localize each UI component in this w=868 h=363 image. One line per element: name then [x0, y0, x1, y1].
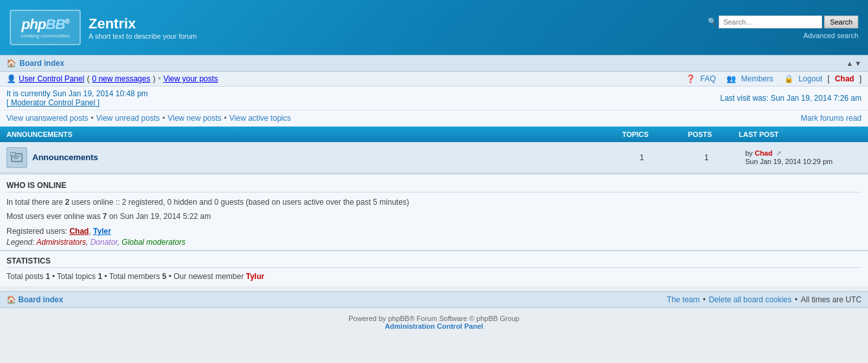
- breadcrumb: 🏠 Board index: [6, 59, 64, 68]
- view-posts-link[interactable]: View your posts: [164, 74, 218, 83]
- who-is-online-section: WHO IS ONLINE In total there are 2 users…: [0, 173, 868, 250]
- search-input[interactable]: [719, 16, 822, 28]
- footer: Powered by phpBB® Forum Software © phpBB…: [0, 308, 868, 337]
- forum-section: ANNOUNCEMENTS TOPICS POSTS LAST POST ≡ A…: [0, 127, 868, 173]
- total-topics-val: 1: [98, 272, 102, 281]
- logout-icon: 🔒: [784, 74, 794, 83]
- logo-area: phpBB® creating communities Zentrix A sh…: [10, 10, 197, 45]
- last-post-cell: by Chad ↗ Sun Jan 19, 2014 10:29 pm: [739, 145, 868, 169]
- date-bar: It is currently Sun Jan 19, 2014 10:48 p…: [0, 87, 868, 110]
- search-form: 🔍 Search: [708, 16, 858, 28]
- user1-link[interactable]: Chad: [69, 227, 89, 236]
- last-post-icon: ↗: [776, 149, 781, 157]
- col-forum-header: ANNOUNCEMENTS: [6, 130, 603, 138]
- forum-header-row: ANNOUNCEMENTS TOPICS POSTS LAST POST: [0, 127, 868, 142]
- the-team-link[interactable]: The team: [667, 295, 700, 304]
- last-post-date: Sun Jan 19, 2014 10:29 pm: [745, 158, 832, 165]
- legend-globalmods: Global moderators: [122, 238, 185, 247]
- user-bar-left: 👤 User Control Panel (0 new messages) • …: [6, 74, 218, 83]
- legend-admins: Administrators: [36, 238, 86, 247]
- admin-panel-link[interactable]: Administration Control Panel: [385, 322, 483, 330]
- view-active-link[interactable]: View active topics: [229, 114, 291, 123]
- last-post-by-label: by: [745, 149, 753, 157]
- posts-count: 1: [674, 153, 739, 162]
- faq-link[interactable]: FAQ: [701, 74, 716, 83]
- bottom-breadcrumb: 🏠 Board index: [6, 295, 63, 304]
- forum-links-bar: View unanswered posts • View unread post…: [0, 110, 868, 127]
- search-button[interactable]: Search: [824, 16, 858, 28]
- date-bar-left: It is currently Sun Jan 19, 2014 10:48 p…: [6, 89, 148, 107]
- svg-text:≡: ≡: [11, 153, 13, 157]
- online-count: 2: [65, 198, 70, 207]
- total-posts-val: 1: [46, 272, 50, 281]
- view-new-link[interactable]: View new posts: [167, 114, 221, 123]
- board-index-link[interactable]: Board index: [19, 59, 64, 68]
- forum-icon-cell: ≡ Announcements: [0, 143, 609, 172]
- ucp-link[interactable]: User Control Panel: [19, 74, 84, 83]
- view-unread-link[interactable]: View unread posts: [96, 114, 160, 123]
- who-is-online-title: WHO IS ONLINE: [6, 181, 862, 192]
- total-members-val: 5: [162, 272, 167, 281]
- moderator-panel-link[interactable]: [ Moderator Control Panel ]: [6, 98, 100, 107]
- header-right: 🔍 Search Advanced search: [708, 16, 858, 39]
- last-post-user-link[interactable]: Chad: [755, 149, 773, 157]
- newest-member-link[interactable]: Tylur: [246, 272, 264, 281]
- statistics-title: STATISTICS: [6, 256, 862, 268]
- current-time: It is currently Sun Jan 19, 2014 10:48 p…: [6, 89, 148, 98]
- online-total-text: In total there are 2 users online :: 2 r…: [6, 196, 862, 209]
- site-name: Zentrix: [89, 16, 197, 32]
- view-unanswered-link[interactable]: View unanswered posts: [6, 114, 89, 123]
- bottom-nav-right: The team • Delete all board cookies • Al…: [667, 295, 862, 304]
- timezone-text: All times are UTC: [801, 295, 862, 304]
- site-title: Zentrix A short text to describe your fo…: [89, 16, 197, 40]
- max-count: 7: [103, 212, 107, 221]
- online-max-text: Most users ever online was 7 on Sun Jan …: [6, 211, 862, 223]
- nav-resize: ▲ ▼: [846, 59, 862, 67]
- search-icon: 🔍: [708, 16, 717, 28]
- advanced-search-link[interactable]: Advanced search: [803, 32, 858, 39]
- user-bar: 👤 User Control Panel (0 new messages) • …: [0, 72, 868, 87]
- legend-donator: Donator: [90, 238, 118, 247]
- delete-cookies-link[interactable]: Delete all board cookies: [709, 295, 792, 304]
- resize-down-icon[interactable]: ▼: [854, 59, 862, 67]
- quick-links: View unanswered posts • View unread post…: [6, 114, 291, 123]
- members-link[interactable]: Members: [741, 74, 774, 83]
- new-messages-link[interactable]: 0 new messages: [92, 74, 150, 83]
- logo-sub: creating communities: [21, 33, 70, 39]
- bottom-board-index-link[interactable]: Board index: [18, 295, 63, 304]
- ucp-icon: 👤: [6, 74, 16, 83]
- forum-row-icon: ≡: [6, 147, 27, 168]
- user2-link[interactable]: Tyler: [93, 227, 111, 236]
- faq-icon: ❓: [686, 74, 695, 83]
- forum-name-link[interactable]: Announcements: [32, 152, 98, 162]
- bottom-nav: 🏠 Board index The team • Delete all boar…: [0, 291, 868, 308]
- statistics-section: STATISTICS Total posts 1 • Total topics …: [0, 250, 868, 286]
- col-topics-header: TOPICS: [603, 130, 668, 138]
- col-posts-header: POSTS: [668, 130, 732, 138]
- members-icon: 👥: [726, 74, 736, 83]
- table-row: ≡ Announcements 1 1 by Chad ↗ Sun Jan 19…: [0, 142, 868, 173]
- legend: Legend: Administrators, Donator, Global …: [6, 238, 862, 247]
- site-desc: A short text to describe your forum: [89, 32, 197, 40]
- home-icon: 🏠: [6, 59, 16, 68]
- logout-link[interactable]: Logout: [799, 74, 823, 83]
- bottom-home-icon: 🏠: [6, 295, 16, 304]
- col-lastpost-header: LAST POST: [732, 130, 862, 138]
- footer-powered: Powered by phpBB® Forum Software © phpBB…: [6, 315, 862, 322]
- nav-bar: 🏠 Board index ▲ ▼: [0, 55, 868, 72]
- username-link[interactable]: Chad: [835, 74, 854, 83]
- logo[interactable]: phpBB® creating communities: [10, 10, 81, 45]
- user-bar-right: ❓ FAQ 👥 Members 🔒 Logout [ Chad ]: [686, 74, 862, 83]
- resize-up-icon[interactable]: ▲: [846, 59, 853, 67]
- topics-count: 1: [609, 153, 674, 162]
- mark-forums-read-link[interactable]: Mark forums read: [801, 114, 862, 123]
- last-visit: Last visit was: Sun Jan 19, 2014 7:26 am: [720, 94, 862, 103]
- stats-line: Total posts 1 • Total topics 1 • Total m…: [6, 272, 862, 281]
- registered-users: Registered users: Chad, Tyler: [6, 227, 862, 236]
